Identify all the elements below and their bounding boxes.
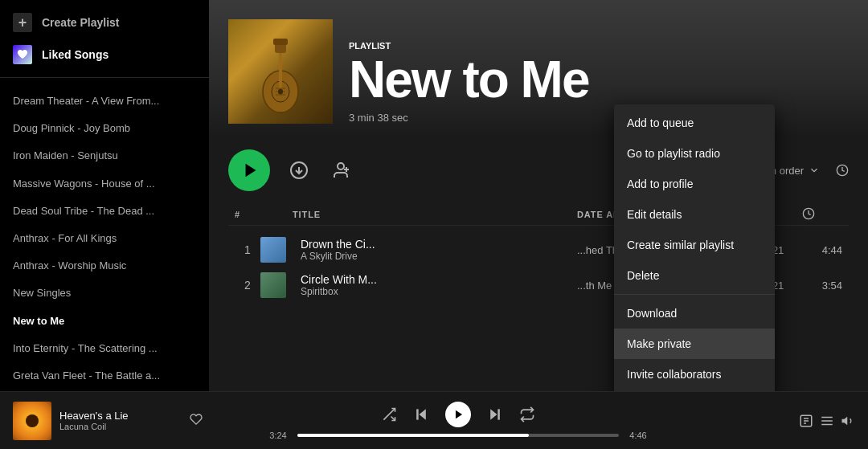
player-play-button[interactable] [445,402,471,427]
player-bar: Heaven's a Lie Lacuna Coil 3: [0,391,868,449]
player-buttons [381,402,535,427]
svg-marker-23 [456,410,462,418]
sidebar-item-greta-van-fleet[interactable]: Greta Van Fleet - The Battle a... [0,362,209,390]
create-playlist-label: Create Playlist [42,16,120,29]
volume-icon[interactable] [841,414,855,428]
queue-icon[interactable] [820,414,834,428]
track-number: 1 [235,243,260,256]
plus-icon: + [13,13,32,32]
track-name: Drown the Ci... [301,238,577,251]
prev-button[interactable] [413,406,429,422]
next-button[interactable] [487,406,503,422]
clock-icon [836,164,849,177]
progress-bar[interactable] [297,434,619,437]
sidebar-item-massive-wagons[interactable]: Massive Wagons - House of ... [0,170,209,198]
track-number: 2 [235,279,260,292]
sidebar-item-dream-theater[interactable]: Dream Theater - A View From... [0,88,209,115]
menu-item-add-queue[interactable]: Add to queue [614,108,775,138]
sunflower-center [26,414,39,427]
track-name: Circle With M... [301,273,577,286]
menu-item-label: Add to queue [627,116,694,129]
main-layout: + Create Playlist Liked Songs Dream Thea… [0,0,868,391]
guitar-icon [252,27,309,116]
playlist-title: New to Me [349,54,849,105]
menu-item-label: Invite collaborators [627,368,722,381]
progress-bar-container: 3:24 4:46 [265,431,651,440]
sidebar: + Create Playlist Liked Songs Dream Thea… [0,0,209,391]
repeat-button[interactable] [519,406,535,422]
heart-button[interactable] [186,410,206,432]
menu-item-invite-collab[interactable]: Invite collaborators [614,359,775,390]
create-playlist-button[interactable]: + Create Playlist [10,6,199,39]
col-title: TITLE [293,210,577,219]
svg-rect-2 [279,50,282,92]
menu-item-label: Add to profile [627,178,694,190]
sunflower-art [13,402,51,440]
album-art-inner [228,19,333,124]
lyrics-icon[interactable] [799,414,813,428]
player-right [710,414,855,428]
sidebar-item-anthrax-worship[interactable]: Anthrax - Worship Music [0,252,209,280]
svg-point-12 [338,163,344,169]
svg-rect-4 [273,39,288,45]
playlist-art [228,19,333,124]
menu-item-label: Go to playlist radio [627,147,720,160]
sidebar-item-new-singles[interactable]: New Singles [0,280,209,307]
svg-rect-25 [497,409,500,419]
liked-songs-icon [13,45,32,64]
now-playing-artist: Lacuna Coil [59,422,178,431]
svg-marker-21 [420,409,426,419]
sidebar-top: + Create Playlist Liked Songs [0,0,209,78]
svg-rect-22 [416,409,419,419]
playlist-type: PLAYLIST [349,41,849,51]
player-controls: 3:24 4:46 [215,402,701,440]
menu-item-make-private[interactable]: Make private [614,329,775,359]
now-playing-info: Heaven's a Lie Lacuna Coil [59,410,178,431]
menu-item-label: Create similar playlist [627,239,734,251]
current-time: 3:24 [265,431,291,440]
context-menu: Add to queueGo to playlist radioAdd to p… [614,104,775,391]
menu-item-edit-details[interactable]: Edit details [614,199,775,230]
menu-item-add-profile[interactable]: Add to profile [614,169,775,199]
now-playing-title: Heaven's a Lie [59,410,178,422]
sidebar-item-new-to-me[interactable]: New to Me [0,308,209,335]
track-artist: Spiritbox [301,286,577,297]
playlist-list: Dream Theater - A View From...Doug Pinni… [0,84,209,391]
track-info: Circle With M... Spiritbox [293,273,577,297]
menu-item-create-similar[interactable]: Create similar playlist [614,230,775,260]
liked-songs-button[interactable]: Liked Songs [10,39,199,71]
shuffle-button[interactable] [381,406,397,422]
main-content: PLAYLIST New to Me 3 min 38 sec [209,0,868,391]
svg-marker-33 [842,416,848,425]
menu-item-label: Delete [627,269,659,282]
menu-item-label: Edit details [627,208,682,221]
menu-item-delete[interactable]: Delete [614,260,775,291]
liked-songs-label: Liked Songs [42,48,108,61]
add-user-icon[interactable] [328,157,354,183]
now-playing: Heaven's a Lie Lacuna Coil [13,402,206,440]
svg-marker-9 [245,164,256,178]
menu-divider [614,294,775,295]
sidebar-item-into-eternity[interactable]: Into Eternity - The Scattering ... [0,335,209,362]
sidebar-item-doug-pinnick[interactable]: Doug Pinnick - Joy Bomb [0,115,209,142]
menu-item-share[interactable]: Share [614,390,775,391]
play-button[interactable] [228,149,270,191]
menu-item-download[interactable]: Download [614,298,775,329]
sidebar-item-anthrax-kings[interactable]: Anthrax - For All Kings [0,225,209,252]
sidebar-item-dead-soul-tribe[interactable]: Dead Soul Tribe - The Dead ... [0,198,209,225]
menu-item-label: Download [627,307,677,320]
menu-item-label: Make private [627,337,691,350]
track-duration: 4:44 [802,244,842,256]
track-info: Drown the Ci... A Skylit Drive [293,238,577,262]
download-icon[interactable] [286,157,312,183]
track-duration: 3:54 [802,280,842,292]
col-duration [802,207,842,222]
track-thumbnail [260,237,286,263]
sidebar-item-iron-maiden[interactable]: Iron Maiden - Senjutsu [0,142,209,169]
track-artist: A Skylit Drive [301,251,577,262]
svg-marker-24 [490,409,497,419]
track-thumbnail [260,272,286,298]
now-playing-art [13,402,51,440]
menu-item-playlist-radio[interactable]: Go to playlist radio [614,138,775,169]
total-time: 4:46 [625,431,651,440]
